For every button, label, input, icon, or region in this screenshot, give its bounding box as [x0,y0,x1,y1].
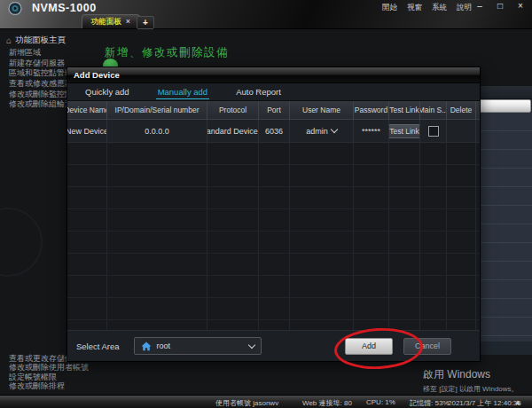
header-password: Password [354,101,389,119]
chevron-down-icon [247,341,254,348]
add-button[interactable]: Add [345,338,393,355]
app-title: NVMS-1000 [32,2,97,14]
watermark-title: 啟用 Windows [423,367,519,382]
title-bar: NVMS-1000 開始 視窗 系統 說明 – □ × 功能面板 × + [0,0,532,29]
main-stream-checkbox[interactable] [428,126,439,137]
status-memory: 記憶體: 53% [410,398,449,408]
empty-table-row [67,187,480,209]
empty-table-row [67,320,480,330]
header-ip-domain-serial: IP/Domain/Serial number [107,101,207,119]
port-field[interactable]: 6036 [259,120,290,142]
menu-help[interactable]: 說明 [457,3,472,13]
background-table [477,86,532,355]
sidebar-item-set-account-rights[interactable]: 設定帳號權限 [9,372,115,381]
select-area-label: Select Area [76,341,120,351]
app-logo-icon [6,2,27,15]
tab-label: 功能面板 [91,17,121,27]
main-stream-cell [420,120,447,142]
dialog-tab-bar: Quickly add Manually add Auto Report [67,83,480,101]
background-decoration [0,208,43,277]
header-user-name: User Name [290,101,354,119]
protocol-select[interactable]: Standard Device [207,120,259,142]
home-icon [141,341,152,351]
tab-quickly-add[interactable]: Quickly add [83,85,131,98]
empty-table-row [67,231,480,254]
header-test-link: Test Link [389,101,420,119]
nvms-window: NVMS-1000 開始 視窗 系統 說明 – □ × 功能面板 × + ⌂ 功… [0,0,532,408]
sidebar-item-modify-delete-schedule[interactable]: 修改或刪除排程 [9,381,115,389]
window-controls: – □ × [473,1,527,11]
empty-table-row [67,165,480,187]
menu-system[interactable]: 系統 [432,3,447,13]
header-protocol: Protocol [207,101,259,119]
empty-table-row [67,254,480,276]
watermark-subtitle: 移至 [設定] 以啟用 Windows。 [423,384,519,394]
dialog-footer: Select Area root Add Cancel [67,330,480,361]
selected-area-value: root [157,341,171,350]
user-name-value: admin [306,127,328,136]
empty-table-row [67,298,480,320]
area-select-dropdown[interactable]: root [134,337,262,355]
test-link-cell: Test Link [389,120,420,142]
header-delete: Delete [447,101,476,119]
table-row: New Device 0.0.0.0 Standard Device 6036 … [67,120,480,143]
restore-button[interactable]: □ [494,1,506,11]
delete-cell [447,120,476,142]
dialog-title: Add Device [67,67,480,83]
menu-window[interactable]: 視窗 [407,3,422,13]
sidebar-item-add-area[interactable]: 新增區域 [9,47,106,58]
add-device-dialog: Add Device Quickly add Manually add Auto… [66,67,481,362]
sidebar-header: ⌂ 功能面板主頁 [6,35,66,46]
header-device-name: Device Name [67,101,107,119]
empty-table-row [67,276,480,298]
status-user-account: 使用者帳號 jasonwv [215,398,278,408]
background-table-header [477,86,532,99]
device-name-field[interactable]: New Device [67,120,107,142]
user-name-select[interactable]: admin [290,120,354,142]
windows-activation-watermark: 啟用 Windows 移至 [設定] 以啟用 Windows。 [423,367,519,394]
tab-function-panel[interactable]: 功能面板 × [82,14,140,28]
table-header-row: Device Name IP/Domain/Serial number Prot… [67,101,480,120]
minimize-button[interactable]: – [473,1,486,11]
menu-start[interactable]: 開始 [382,3,397,13]
tab-manually-add[interactable]: Manually add [156,85,210,99]
background-scrollbar-thumb[interactable] [478,99,531,113]
empty-table-row [67,143,480,165]
status-cpu: CPU: 1% [366,398,395,406]
status-datetime: 2021/3/7 上午 12:40:35 [448,398,521,408]
tab-auto-report[interactable]: Auto Report [234,85,283,98]
empty-table-row [67,209,480,231]
status-bar: 使用者帳號 jasonwv Web 連接埠: 80 CPU: 1% 記憶體: 5… [0,395,532,408]
tab-close-icon[interactable]: × [126,18,130,26]
status-expand-arrow-icon[interactable]: ▲ [514,398,521,406]
home-icon: ⌂ [6,35,12,45]
section-title: 新增、修改或刪除設備 [105,45,229,60]
ip-field[interactable]: 0.0.0.0 [107,120,207,142]
header-port: Port [259,101,290,119]
sidebar-header-label: 功能面板主頁 [15,35,66,46]
header-main-stream: Main S... [420,101,447,119]
chevron-down-icon [331,126,338,133]
menu-bar: 開始 視窗 系統 說明 [382,3,472,13]
close-button[interactable]: × [514,1,527,11]
sidebar-item-modify-delete-user-account[interactable]: 修改或刪除使用者帳號 [9,362,115,371]
empty-rows [67,143,480,330]
protocol-value: Standard Device [207,127,258,136]
password-field[interactable]: ****** [354,120,389,142]
new-tab-button[interactable]: + [137,16,154,29]
status-web-port: Web 連接埠: 80 [302,398,352,408]
cancel-button[interactable]: Cancel [403,338,451,355]
test-link-button[interactable]: Test Link [389,124,420,138]
background-table-rows [477,113,532,341]
